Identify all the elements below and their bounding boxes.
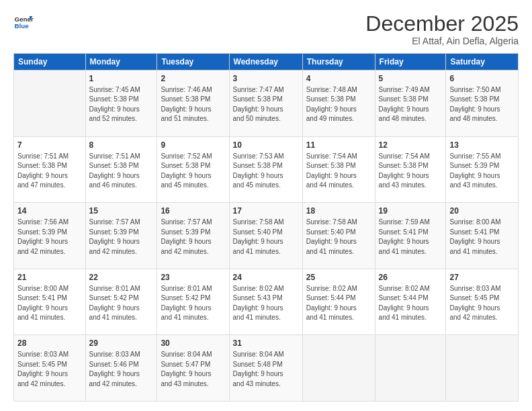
day-number: 8	[89, 140, 154, 151]
day-number: 3	[233, 73, 299, 85]
day-number: 25	[306, 272, 371, 283]
day-number: 28	[17, 338, 82, 349]
day-number: 11	[306, 140, 371, 151]
day-info: Sunrise: 7:51 AM Sunset: 5:38 PM Dayligh…	[17, 152, 82, 191]
day-info: Sunrise: 7:49 AM Sunset: 5:38 PM Dayligh…	[379, 85, 443, 124]
day-number: 15	[89, 205, 154, 217]
calendar-cell	[14, 71, 86, 137]
day-number: 29	[89, 338, 154, 349]
day-info: Sunrise: 8:03 AM Sunset: 5:46 PM Dayligh…	[89, 350, 154, 389]
calendar-cell: 22Sunrise: 8:01 AM Sunset: 5:42 PM Dayli…	[85, 269, 157, 335]
calendar-cell: 9Sunrise: 7:52 AM Sunset: 5:38 PM Daylig…	[157, 136, 229, 203]
calendar-cell	[446, 335, 519, 402]
page-header: General Blue December 2025 El Attaf, Ain…	[13, 12, 519, 46]
calendar-cell: 20Sunrise: 8:00 AM Sunset: 5:41 PM Dayli…	[446, 203, 519, 269]
day-info: Sunrise: 8:04 AM Sunset: 5:47 PM Dayligh…	[161, 350, 225, 389]
day-info: Sunrise: 8:03 AM Sunset: 5:45 PM Dayligh…	[17, 350, 82, 389]
logo: General Blue	[13, 12, 34, 32]
calendar-cell: 16Sunrise: 7:57 AM Sunset: 5:39 PM Dayli…	[157, 203, 229, 269]
day-info: Sunrise: 7:54 AM Sunset: 5:38 PM Dayligh…	[379, 152, 443, 191]
calendar-cell: 1Sunrise: 7:45 AM Sunset: 5:38 PM Daylig…	[85, 71, 157, 137]
calendar-cell: 27Sunrise: 8:03 AM Sunset: 5:45 PM Dayli…	[446, 269, 519, 335]
calendar-cell: 21Sunrise: 8:00 AM Sunset: 5:41 PM Dayli…	[14, 269, 86, 335]
day-info: Sunrise: 8:01 AM Sunset: 5:42 PM Dayligh…	[161, 284, 225, 323]
day-info: Sunrise: 7:50 AM Sunset: 5:38 PM Dayligh…	[449, 85, 515, 124]
day-number: 17	[233, 205, 299, 217]
day-info: Sunrise: 8:00 AM Sunset: 5:41 PM Dayligh…	[17, 284, 82, 323]
day-info: Sunrise: 7:54 AM Sunset: 5:38 PM Dayligh…	[306, 152, 371, 191]
calendar-cell: 26Sunrise: 8:02 AM Sunset: 5:44 PM Dayli…	[375, 269, 446, 335]
weekday-header: Monday	[85, 54, 157, 71]
calendar-cell: 18Sunrise: 7:58 AM Sunset: 5:40 PM Dayli…	[302, 203, 375, 269]
day-number: 7	[17, 140, 82, 151]
calendar-cell: 19Sunrise: 7:59 AM Sunset: 5:41 PM Dayli…	[375, 203, 446, 269]
weekday-header: Thursday	[302, 54, 375, 71]
calendar-cell: 31Sunrise: 8:04 AM Sunset: 5:48 PM Dayli…	[229, 335, 302, 402]
day-info: Sunrise: 7:45 AM Sunset: 5:38 PM Dayligh…	[89, 85, 154, 124]
calendar-cell: 24Sunrise: 8:02 AM Sunset: 5:43 PM Dayli…	[229, 269, 302, 335]
page-subtitle: El Attaf, Ain Defla, Algeria	[365, 36, 519, 46]
day-info: Sunrise: 7:57 AM Sunset: 5:39 PM Dayligh…	[89, 218, 154, 257]
day-info: Sunrise: 8:00 AM Sunset: 5:41 PM Dayligh…	[449, 218, 515, 257]
day-info: Sunrise: 8:02 AM Sunset: 5:44 PM Dayligh…	[306, 284, 371, 323]
calendar-cell: 23Sunrise: 8:01 AM Sunset: 5:42 PM Dayli…	[157, 269, 229, 335]
day-number: 24	[233, 272, 299, 283]
calendar-table: SundayMondayTuesdayWednesdayThursdayFrid…	[13, 53, 519, 402]
day-number: 14	[17, 205, 82, 217]
day-number: 12	[379, 140, 443, 151]
day-number: 2	[161, 73, 225, 85]
calendar-cell: 14Sunrise: 7:56 AM Sunset: 5:39 PM Dayli…	[14, 203, 86, 269]
day-info: Sunrise: 7:55 AM Sunset: 5:39 PM Dayligh…	[449, 152, 515, 191]
day-info: Sunrise: 8:01 AM Sunset: 5:42 PM Dayligh…	[89, 284, 154, 323]
svg-text:Blue: Blue	[15, 22, 30, 30]
day-info: Sunrise: 7:46 AM Sunset: 5:38 PM Dayligh…	[161, 85, 225, 124]
weekday-header: Sunday	[14, 54, 86, 71]
day-number: 6	[449, 73, 515, 85]
calendar-cell: 3Sunrise: 7:47 AM Sunset: 5:38 PM Daylig…	[229, 71, 302, 137]
day-number: 13	[449, 140, 515, 151]
weekday-header: Tuesday	[157, 54, 229, 71]
day-number: 9	[161, 140, 225, 151]
day-number: 27	[449, 272, 515, 283]
weekday-header: Wednesday	[229, 54, 302, 71]
calendar-cell: 6Sunrise: 7:50 AM Sunset: 5:38 PM Daylig…	[446, 71, 519, 137]
calendar-cell: 12Sunrise: 7:54 AM Sunset: 5:38 PM Dayli…	[375, 136, 446, 203]
calendar-cell	[375, 335, 446, 402]
calendar-cell	[302, 335, 375, 402]
calendar-cell: 4Sunrise: 7:48 AM Sunset: 5:38 PM Daylig…	[302, 71, 375, 137]
day-number: 4	[306, 73, 371, 85]
calendar-cell: 30Sunrise: 8:04 AM Sunset: 5:47 PM Dayli…	[157, 335, 229, 402]
page-title: December 2025	[365, 12, 519, 36]
day-number: 26	[379, 272, 443, 283]
calendar-cell: 5Sunrise: 7:49 AM Sunset: 5:38 PM Daylig…	[375, 71, 446, 137]
calendar-cell: 10Sunrise: 7:53 AM Sunset: 5:38 PM Dayli…	[229, 136, 302, 203]
day-number: 30	[161, 338, 225, 349]
day-info: Sunrise: 7:52 AM Sunset: 5:38 PM Dayligh…	[161, 152, 225, 191]
calendar-cell: 7Sunrise: 7:51 AM Sunset: 5:38 PM Daylig…	[14, 136, 86, 203]
calendar-cell: 28Sunrise: 8:03 AM Sunset: 5:45 PM Dayli…	[14, 335, 86, 402]
day-number: 10	[233, 140, 299, 151]
day-info: Sunrise: 7:53 AM Sunset: 5:38 PM Dayligh…	[233, 152, 299, 191]
day-info: Sunrise: 7:57 AM Sunset: 5:39 PM Dayligh…	[161, 218, 225, 257]
day-info: Sunrise: 7:58 AM Sunset: 5:40 PM Dayligh…	[306, 218, 371, 257]
weekday-header: Friday	[375, 54, 446, 71]
calendar-cell: 25Sunrise: 8:02 AM Sunset: 5:44 PM Dayli…	[302, 269, 375, 335]
calendar-cell: 15Sunrise: 7:57 AM Sunset: 5:39 PM Dayli…	[85, 203, 157, 269]
title-section: December 2025 El Attaf, Ain Defla, Alger…	[365, 12, 519, 46]
day-number: 19	[379, 205, 443, 217]
calendar-cell: 13Sunrise: 7:55 AM Sunset: 5:39 PM Dayli…	[446, 136, 519, 203]
calendar-cell: 11Sunrise: 7:54 AM Sunset: 5:38 PM Dayli…	[302, 136, 375, 203]
day-info: Sunrise: 8:02 AM Sunset: 5:43 PM Dayligh…	[233, 284, 299, 323]
day-number: 16	[161, 205, 225, 217]
day-info: Sunrise: 8:03 AM Sunset: 5:45 PM Dayligh…	[449, 284, 515, 323]
day-number: 31	[233, 338, 299, 349]
day-number: 5	[379, 73, 443, 85]
weekday-header: Saturday	[446, 54, 519, 71]
day-info: Sunrise: 7:47 AM Sunset: 5:38 PM Dayligh…	[233, 85, 299, 124]
day-info: Sunrise: 8:04 AM Sunset: 5:48 PM Dayligh…	[233, 350, 299, 389]
calendar-cell: 29Sunrise: 8:03 AM Sunset: 5:46 PM Dayli…	[85, 335, 157, 402]
logo-icon: General Blue	[13, 12, 34, 32]
day-info: Sunrise: 7:58 AM Sunset: 5:40 PM Dayligh…	[233, 218, 299, 257]
day-number: 21	[17, 272, 82, 283]
calendar-cell: 8Sunrise: 7:51 AM Sunset: 5:38 PM Daylig…	[85, 136, 157, 203]
